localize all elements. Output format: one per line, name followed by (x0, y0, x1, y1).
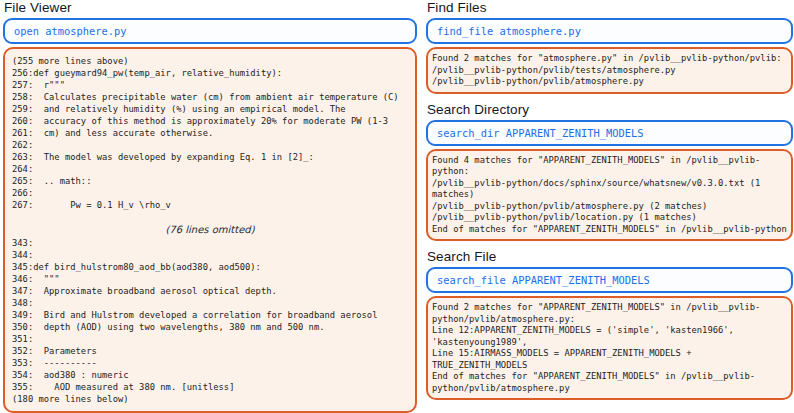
find-files-title: Find Files (427, 1, 793, 15)
code-lines-top: (255 more lines above) 256:def gueymard9… (12, 55, 408, 211)
code-lines-bottom: 343: 344: 345:def bird_hulstrom80_aod_bb… (12, 237, 408, 405)
tool-panels: File Viewer open atmosphere.py (255 more… (0, 0, 794, 413)
find-files-command-chip[interactable]: find_file atmosphere.py (426, 18, 793, 44)
find-files-command-text: find_file atmosphere.py (437, 25, 581, 37)
find-files-output-text: Found 2 matches for "atmosphere.py" in /… (432, 53, 789, 88)
file-viewer-panel: File Viewer open atmosphere.py (255 more… (3, 0, 417, 413)
search-file-output: Found 2 matches for "APPARENT_ZENITH_MOD… (426, 296, 793, 400)
file-viewer-command-text: open atmosphere.py (14, 25, 127, 37)
find-files-output: Found 2 matches for "atmosphere.py" in /… (426, 47, 793, 94)
search-file-output-text: Found 2 matches for "APPARENT_ZENITH_MOD… (432, 302, 789, 394)
search-directory-output-text: Found 4 matches for "APPARENT_ZENITH_MOD… (432, 155, 789, 236)
search-directory-command-text: search_dir APPARENT_ZENITH_MODELS (437, 127, 643, 139)
omitted-lines-note: (76 lines omitted) (12, 224, 408, 236)
file-viewer-command-chip[interactable]: open atmosphere.py (3, 18, 417, 44)
search-directory-output: Found 4 matches for "APPARENT_ZENITH_MOD… (426, 149, 793, 242)
file-viewer-title: File Viewer (4, 1, 417, 15)
search-file-command-text: search_file APPARENT_ZENITH_MODELS (437, 274, 650, 286)
search-panels-column: Find Files find_file atmosphere.py Found… (426, 0, 793, 413)
search-file-command-chip[interactable]: search_file APPARENT_ZENITH_MODELS (426, 267, 793, 293)
file-viewer-output: (255 more lines above) 256:def gueymard9… (3, 47, 417, 413)
search-file-title: Search File (427, 250, 793, 264)
search-directory-command-chip[interactable]: search_dir APPARENT_ZENITH_MODELS (426, 120, 793, 146)
search-directory-title: Search Directory (427, 103, 793, 117)
